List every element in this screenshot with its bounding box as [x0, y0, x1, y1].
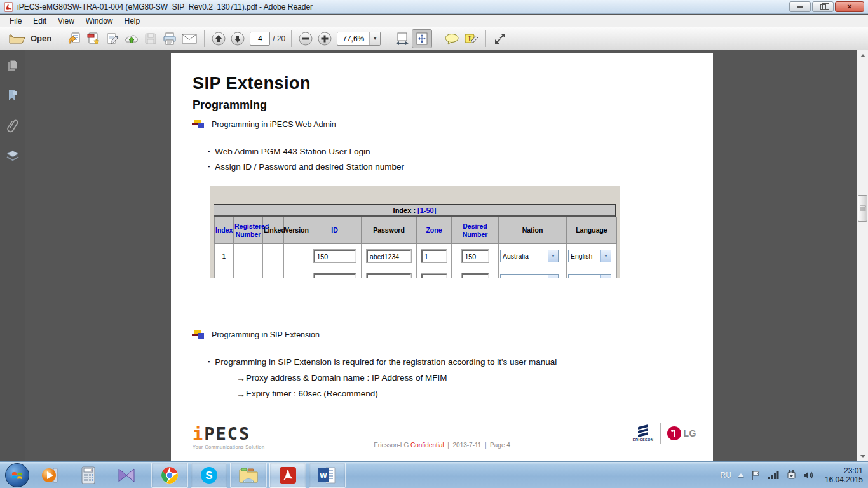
- print-button[interactable]: [160, 29, 179, 48]
- zone-input[interactable]: 1: [421, 274, 447, 278]
- col-registered-number: Registered Number: [234, 217, 263, 244]
- page-number-input[interactable]: 4: [250, 32, 270, 46]
- col-nation: Nation: [499, 217, 567, 244]
- minimize-button[interactable]: [789, 1, 811, 12]
- volume-speaker-icon[interactable]: [803, 470, 815, 480]
- language-select[interactable]: English▼: [568, 250, 611, 262]
- password-input[interactable]: abcd1234: [367, 250, 411, 262]
- taskbar-kmplayer-icon[interactable]: [113, 463, 140, 488]
- scrollbar-thumb[interactable]: [858, 195, 867, 222]
- language-indicator[interactable]: RU: [721, 471, 731, 480]
- zoom-out-icon: [298, 31, 313, 46]
- taskbar-explorer-button[interactable]: [230, 463, 267, 488]
- id-input[interactable]: 150: [314, 250, 356, 262]
- fullscreen-button[interactable]: [491, 29, 510, 48]
- table-row: 1 150 abcd1234 1 150 Australia▼ English▼: [215, 244, 617, 268]
- open-button[interactable]: Open: [5, 29, 55, 48]
- network-signal-icon[interactable]: [768, 470, 780, 480]
- highlight-text-button[interactable]: T: [462, 29, 481, 48]
- logo-divider: [660, 423, 661, 444]
- vertical-scrollbar[interactable]: [857, 50, 868, 461]
- square-bullet-icon: ▪: [208, 163, 210, 170]
- taskbar-calculator-icon[interactable]: 0: [75, 463, 102, 488]
- taskbar: 0: [0, 461, 868, 488]
- toolbar-separator: [437, 30, 437, 47]
- clock[interactable]: 23:01 16.04.2015: [821, 466, 863, 484]
- zone-input[interactable]: 1: [421, 250, 447, 262]
- scroll-up-button[interactable]: [857, 50, 868, 60]
- page-total-label: / 20: [273, 34, 285, 43]
- menu-bar: File Edit View Window Help: [0, 15, 868, 27]
- restore-button[interactable]: [812, 1, 834, 12]
- chrome-icon: [160, 466, 179, 485]
- create-pdf-button[interactable]: [84, 29, 103, 48]
- col-index: Index: [215, 217, 234, 244]
- close-button[interactable]: ✕: [835, 1, 864, 12]
- menu-view[interactable]: View: [52, 16, 80, 26]
- taskbar-adobe-reader-button[interactable]: [269, 463, 306, 488]
- pdf-page: SIP Extension Programming Programming in…: [171, 53, 713, 461]
- language-select[interactable]: English▼: [568, 274, 611, 278]
- taskbar-chrome-button[interactable]: [151, 463, 188, 488]
- cell-index: 2: [215, 268, 234, 278]
- fit-page-button[interactable]: [412, 29, 432, 48]
- taskbar-skype-button[interactable]: S: [191, 463, 227, 488]
- menu-window[interactable]: Window: [80, 16, 119, 26]
- menu-edit[interactable]: Edit: [27, 16, 52, 26]
- start-button[interactable]: [5, 463, 29, 487]
- clock-date: 16.04.2015: [825, 475, 863, 484]
- caption-range: [1-50]: [417, 207, 436, 214]
- nation-value: Australia: [501, 276, 548, 278]
- toolbar: Open: [0, 27, 868, 50]
- folder-explorer-icon: [238, 466, 259, 484]
- scroll-down-button[interactable]: [857, 451, 868, 461]
- password-input[interactable]: [367, 273, 411, 278]
- toolbar-separator: [485, 30, 486, 47]
- cloud-upload-icon: [124, 32, 139, 46]
- desired-number-input[interactable]: [462, 273, 489, 278]
- nation-select[interactable]: Australia▼: [500, 250, 559, 262]
- previous-page-button[interactable]: [209, 29, 228, 48]
- action-center-flag-icon[interactable]: [750, 470, 761, 480]
- safely-remove-hardware-icon[interactable]: [786, 470, 797, 480]
- sign-document-button[interactable]: [103, 29, 122, 48]
- zoom-out-button[interactable]: [296, 29, 315, 48]
- attachments-paperclip-icon[interactable]: [6, 119, 19, 133]
- menu-help[interactable]: Help: [119, 16, 146, 26]
- bullet-text: Web Admin PGM 443 Station User Login: [215, 147, 370, 156]
- confidential-line: Ericsson-LG Confidential | 2013-7-11 | P…: [171, 442, 713, 449]
- nation-select[interactable]: Australia▼: [500, 274, 559, 278]
- square-bullet-icon: ▪: [208, 358, 210, 365]
- email-button[interactable]: [179, 29, 200, 48]
- scrolling-mode-button[interactable]: [393, 29, 412, 48]
- arrow-text: Proxy address & Domain name : IP Address…: [246, 373, 447, 383]
- layers-icon[interactable]: [6, 149, 20, 162]
- ericsson-label: ERICSSON: [633, 438, 654, 442]
- taskbar-word-button[interactable]: W: [309, 463, 346, 488]
- separator: |: [485, 442, 487, 449]
- sticky-note-button[interactable]: [442, 29, 462, 48]
- taskbar-wmp-icon[interactable]: [37, 463, 64, 488]
- fit-width-icon: [395, 32, 410, 46]
- menu-file[interactable]: File: [4, 16, 27, 26]
- col-id: ID: [308, 217, 362, 244]
- pinwheel-bullet-icon: [192, 330, 206, 340]
- chevron-down-icon: ▼: [548, 250, 558, 262]
- show-hidden-icons-button[interactable]: [738, 473, 744, 477]
- fullscreen-arrows-icon: [492, 31, 508, 46]
- window-titlebar: iPECS-eMG80SW-TRA-01-004 (eMG80-SW_SIP_R…: [0, 0, 868, 14]
- envelope-icon: [181, 32, 198, 45]
- zoom-dropdown-button[interactable]: ▼: [369, 32, 380, 45]
- zoom-in-button[interactable]: [315, 29, 334, 48]
- upload-cloud-button[interactable]: [122, 29, 141, 48]
- id-input[interactable]: [314, 273, 356, 278]
- zoom-level-combo[interactable]: 77,6% ▼: [337, 32, 381, 46]
- desired-number-input[interactable]: 150: [462, 250, 489, 262]
- save-button[interactable]: [141, 29, 160, 48]
- svg-text:S: S: [205, 470, 212, 482]
- bookmarks-icon[interactable]: [7, 88, 18, 102]
- recent-file-button[interactable]: [65, 29, 84, 48]
- page-thumbnails-icon[interactable]: [6, 59, 19, 72]
- next-page-button[interactable]: [228, 29, 247, 48]
- ericsson-logo: ERICSSON: [633, 426, 654, 442]
